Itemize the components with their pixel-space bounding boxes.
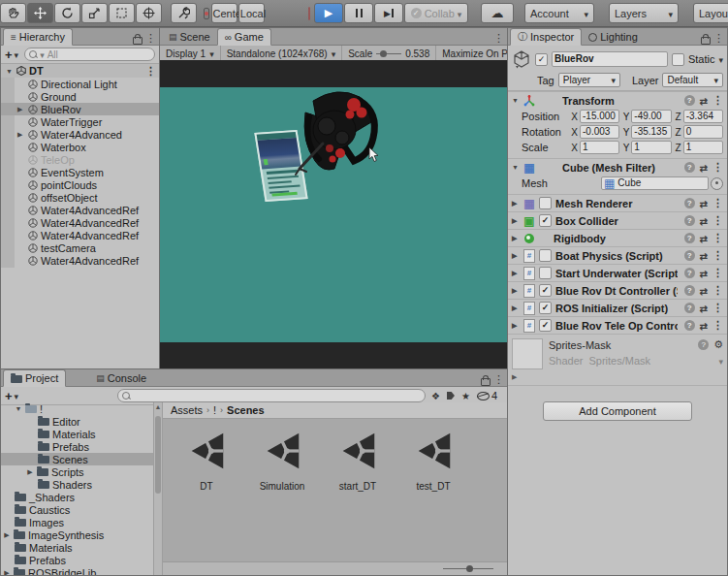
hierarchy-item[interactable]: Ground — [1, 90, 159, 103]
layout-dropdown[interactable]: Layout — [693, 3, 728, 23]
asset-item[interactable]: Simulation — [252, 429, 312, 492]
pause-button[interactable] — [344, 3, 373, 23]
object-picker-icon[interactable] — [711, 177, 723, 190]
expand-arrow-icon[interactable]: ▶ — [512, 287, 520, 295]
folder-row[interactable]: ▶ROSBridgeLib — [1, 566, 153, 575]
expand-arrow-icon[interactable]: ▶ — [512, 270, 520, 277]
folder-row[interactable]: ▼! — [1, 402, 153, 415]
component-enabled-checkbox[interactable] — [539, 197, 552, 209]
search-by-label-icon[interactable] — [447, 392, 455, 400]
expand-arrow-icon[interactable]: ▶ — [17, 106, 22, 113]
help-icon[interactable] — [684, 233, 695, 243]
position-y-field[interactable]: -49.00 — [631, 110, 671, 123]
hierarchy-item[interactable]: ▶Water4Advanced — [1, 128, 159, 141]
component-menu-icon[interactable] — [712, 249, 723, 262]
hand-tool[interactable] — [0, 3, 26, 23]
expand-arrow-icon[interactable]: ▶ — [512, 200, 520, 208]
rotation-y-field[interactable]: -35.135 — [631, 125, 671, 139]
help-icon[interactable] — [684, 215, 695, 226]
folder-row[interactable]: Prefabs — [1, 554, 153, 566]
component-menu-icon[interactable] — [712, 319, 723, 332]
collab-dropdown[interactable]: Collab — [404, 3, 468, 23]
scale-slider[interactable] — [376, 53, 401, 54]
scene-header-row[interactable]: ▼ DT — [1, 64, 159, 78]
hierarchy-search-input[interactable]: All — [24, 48, 155, 61]
lock-icon[interactable] — [481, 378, 491, 386]
component-bluerov-dt-controller[interactable]: ▶ Blue Rov Dt Controller (Script) — [508, 281, 727, 299]
scale-y-field[interactable]: 1 — [631, 141, 671, 154]
search-by-type-icon[interactable] — [431, 390, 440, 401]
panel-menu-icon[interactable] — [491, 32, 507, 45]
component-start-underwater[interactable]: ▶ Start Underwater (Script) — [508, 264, 727, 281]
folder-row[interactable]: ▶ImageSynthesis — [1, 528, 153, 541]
hierarchy-item[interactable]: pointClouds — [1, 178, 159, 191]
tab-project[interactable]: Project — [3, 369, 66, 387]
component-enabled-checkbox[interactable] — [539, 302, 552, 314]
record-icon[interactable] — [308, 7, 310, 20]
material-thumbnail[interactable] — [512, 338, 543, 369]
tab-lighting[interactable]: Lighting — [582, 29, 645, 45]
tab-hierarchy[interactable]: ≡ Hierarchy — [3, 28, 73, 46]
hierarchy-item[interactable]: Water4AdvancedRef — [1, 216, 159, 229]
tab-inspector[interactable]: ⓘ Inspector — [510, 28, 582, 46]
component-enabled-checkbox[interactable] — [539, 214, 552, 227]
create-button[interactable] — [5, 389, 13, 403]
scale-x-field[interactable]: 1 — [580, 141, 619, 154]
name-field[interactable]: BlueRov — [552, 51, 668, 67]
component-rigidbody[interactable]: ▶ Rigidbody — [508, 229, 727, 246]
component-menu-icon[interactable] — [712, 161, 723, 174]
orientation-local-toggle[interactable]: Local — [238, 3, 265, 23]
scale-z-field[interactable]: 1 — [683, 141, 723, 154]
component-mesh-renderer[interactable]: ▶ Mesh Renderer — [508, 194, 727, 211]
breadcrumb-current[interactable]: Scenes — [227, 404, 265, 416]
chevron-down-icon[interactable] — [718, 355, 723, 367]
static-checkbox[interactable] — [672, 53, 684, 66]
asset-item[interactable]: start_DT — [328, 429, 388, 492]
breadcrumb-assets[interactable]: Assets — [171, 404, 203, 416]
breadcrumb-folder[interactable]: ! — [213, 404, 216, 416]
help-icon[interactable] — [684, 320, 695, 331]
expand-arrow-icon[interactable]: ▶ — [512, 217, 520, 225]
static-dropdown-icon[interactable] — [718, 53, 723, 65]
tag-dropdown[interactable]: Player — [558, 73, 620, 87]
presets-icon[interactable] — [700, 303, 708, 314]
component-enabled-checkbox[interactable] — [539, 319, 552, 332]
help-icon[interactable] — [684, 268, 695, 278]
hierarchy-item-disabled[interactable]: TeleOp — [1, 153, 159, 166]
panel-menu-icon[interactable] — [142, 32, 159, 45]
cloud-button[interactable] — [481, 3, 514, 23]
shader-value[interactable]: Sprites/Mask — [588, 355, 712, 367]
component-menu-icon[interactable] — [712, 214, 723, 227]
help-icon[interactable] — [698, 339, 709, 350]
folder-row[interactable]: ▶Scripts — [1, 465, 153, 478]
help-icon[interactable] — [684, 95, 695, 106]
help-icon[interactable] — [684, 198, 695, 208]
folder-row[interactable]: Images — [1, 516, 153, 528]
rect-tool[interactable] — [109, 3, 135, 23]
panel-menu-icon[interactable] — [491, 373, 507, 386]
create-dropdown-icon[interactable] — [15, 390, 19, 401]
presets-icon[interactable] — [700, 198, 708, 209]
mesh-field[interactable]: Cube — [601, 176, 709, 190]
rotate-tool[interactable] — [54, 3, 80, 23]
hierarchy-item[interactable]: Directional Light — [1, 78, 159, 90]
account-dropdown[interactable]: Account — [524, 3, 594, 23]
presets-icon[interactable] — [700, 285, 708, 297]
hierarchy-item[interactable]: Waterbox — [1, 141, 159, 153]
folder-row[interactable]: _Shaders — [1, 491, 153, 503]
presets-icon[interactable] — [700, 215, 708, 227]
component-menu-icon[interactable] — [712, 232, 723, 244]
hierarchy-item[interactable]: Water4AdvancedRef — [1, 204, 159, 216]
component-menu-icon[interactable] — [712, 267, 723, 279]
component-enabled-checkbox[interactable] — [539, 249, 552, 262]
folder-row[interactable]: Caustics — [1, 503, 153, 516]
hierarchy-item-selected[interactable]: ▶BlueRov — [1, 103, 159, 115]
hierarchy-item[interactable]: WaterTrigger — [1, 115, 159, 128]
help-icon[interactable] — [684, 250, 695, 261]
tab-game[interactable]: ∞ Game — [217, 28, 271, 46]
presets-icon[interactable] — [700, 250, 708, 262]
presets-icon[interactable] — [700, 320, 708, 332]
component-boat-physics[interactable]: ▶ Boat Physics (Script) — [508, 246, 727, 264]
create-dropdown-icon[interactable] — [15, 48, 19, 60]
presets-icon[interactable] — [700, 268, 708, 279]
